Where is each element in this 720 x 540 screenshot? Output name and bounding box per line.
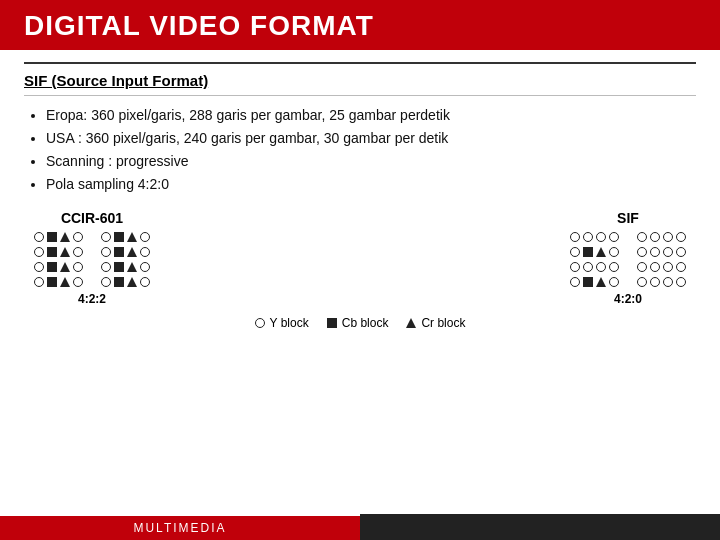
ccir-row [34,262,83,272]
bullet-list: Eropa: 360 pixel/garis, 288 garis per ga… [24,104,696,196]
sif-ratio-label: 4:2:0 [614,292,642,306]
circle-icon [34,277,44,287]
circle-icon [676,232,686,242]
square-icon [583,247,593,257]
square-icon [114,232,124,242]
circle-icon [140,232,150,242]
header: DIGITAL VIDEO FORMAT [0,0,720,50]
sif-row [637,247,686,257]
sif-row [570,277,619,287]
circle-icon [637,247,647,257]
ccir-diagram: CCIR-601 [34,210,150,306]
page: DIGITAL VIDEO FORMAT SIF (Source Input F… [0,0,720,540]
bullet-item-3: Scanning : progressive [46,150,696,173]
legend-item-y: Y block [255,316,309,330]
square-icon [47,262,57,272]
circle-icon [609,262,619,272]
footer-label: MULTIMEDIA [133,521,226,535]
circle-icon [676,262,686,272]
circle-icon [609,277,619,287]
ccir-row [34,277,83,287]
sif-row [637,262,686,272]
circle-icon [570,277,580,287]
cb-block-label: Cb block [342,316,389,330]
y-block-icon [255,318,265,328]
circle-icon [101,247,111,257]
circle-icon [583,232,593,242]
circle-icon [73,262,83,272]
circle-icon [583,262,593,272]
circle-icon [101,262,111,272]
sif-row [570,247,619,257]
cb-block-icon [327,318,337,328]
square-icon [583,277,593,287]
circle-icon [650,232,660,242]
square-icon [114,262,124,272]
sif-label: SIF [617,210,639,226]
circle-icon [650,262,660,272]
circle-icon [609,247,619,257]
circle-icon [609,232,619,242]
circle-icon [34,262,44,272]
footer-bar-dark [360,514,720,540]
circle-icon [570,247,580,257]
diagram-area: CCIR-601 [24,210,696,306]
y-block-label: Y block [270,316,309,330]
sif-row [637,232,686,242]
triangle-icon [60,277,70,287]
ccir-row [101,247,150,257]
circle-icon [663,277,673,287]
circle-icon [637,262,647,272]
ccir-row [101,277,150,287]
circle-icon [650,247,660,257]
circle-icon [570,232,580,242]
circle-icon [663,232,673,242]
square-icon [47,277,57,287]
triangle-icon [127,277,137,287]
cr-block-label: Cr block [421,316,465,330]
ccir-ratio-label: 4:2:2 [78,292,106,306]
legend-item-cb: Cb block [327,316,389,330]
sif-row [570,232,619,242]
circle-icon [650,277,660,287]
circle-icon [596,232,606,242]
page-title: DIGITAL VIDEO FORMAT [24,10,374,41]
footer-bar: MULTIMEDIA [0,516,360,540]
circle-icon [570,262,580,272]
circle-icon [663,262,673,272]
circle-icon [34,232,44,242]
circle-icon [663,247,673,257]
triangle-icon [127,232,137,242]
circle-icon [101,232,111,242]
triangle-icon [596,277,606,287]
bullet-item-4: Pola sampling 4:2:0 [46,173,696,196]
circle-icon [73,277,83,287]
circle-icon [637,277,647,287]
circle-icon [676,277,686,287]
bullet-item-1: Eropa: 360 pixel/garis, 288 garis per ga… [46,104,696,127]
circle-icon [140,262,150,272]
content-area: SIF (Source Input Format) Eropa: 360 pix… [0,50,720,540]
legend-area: Y block Cb block Cr block [24,312,696,334]
triangle-icon [60,232,70,242]
square-icon [47,232,57,242]
circle-icon [596,262,606,272]
circle-icon [637,232,647,242]
circle-icon [101,277,111,287]
triangle-icon [60,247,70,257]
square-icon [114,277,124,287]
sif-diagram: SIF [570,210,686,306]
cr-block-icon [406,318,416,328]
triangle-icon [596,247,606,257]
section-title: SIF (Source Input Format) [24,72,696,89]
circle-icon [140,277,150,287]
ccir-label: CCIR-601 [61,210,123,226]
circle-icon [73,247,83,257]
sif-row [570,262,619,272]
legend-item-cr: Cr block [406,316,465,330]
bullet-item-2: USA : 360 pixel/garis, 240 garis per gam… [46,127,696,150]
triangle-icon [127,247,137,257]
circle-icon [676,247,686,257]
square-icon [114,247,124,257]
sif-row [637,277,686,287]
